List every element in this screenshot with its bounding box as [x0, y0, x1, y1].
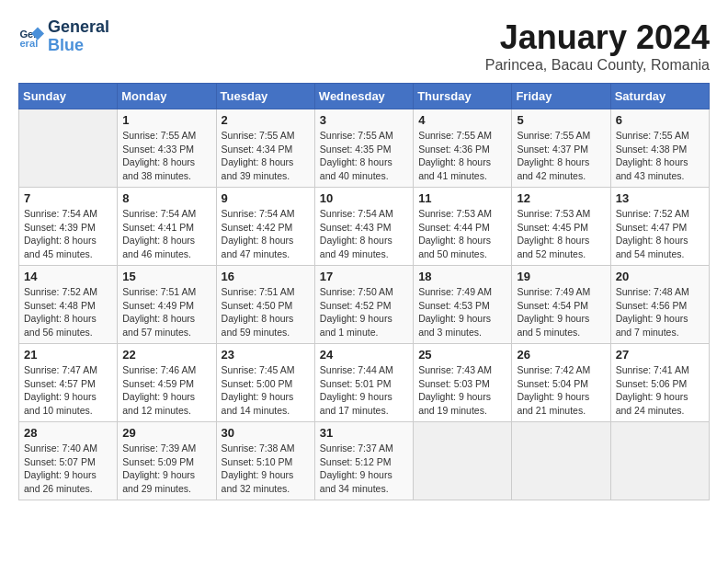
day-info: Sunrise: 7:55 AM Sunset: 4:34 PM Dayligh… — [222, 129, 310, 183]
calendar-cell: 8Sunrise: 7:54 AM Sunset: 4:41 PM Daylig… — [118, 188, 216, 266]
day-number: 20 — [616, 270, 704, 283]
day-number: 13 — [616, 191, 704, 205]
day-info: Sunrise: 7:45 AM Sunset: 5:00 PM Dayligh… — [222, 363, 310, 418]
calendar-cell: 5Sunrise: 7:55 AM Sunset: 4:37 PM Daylig… — [512, 109, 610, 188]
day-info: Sunrise: 7:52 AM Sunset: 4:48 PM Dayligh… — [24, 285, 112, 339]
day-info: Sunrise: 7:54 AM Sunset: 4:43 PM Dayligh… — [320, 207, 408, 261]
calendar-cell: 3Sunrise: 7:55 AM Sunset: 4:35 PM Daylig… — [314, 109, 413, 188]
day-number: 8 — [122, 191, 210, 205]
calendar-table: SundayMondayTuesdayWednesdayThursdayFrid… — [18, 83, 710, 500]
day-info: Sunrise: 7:47 AM Sunset: 4:57 PM Dayligh… — [24, 363, 112, 418]
day-number: 5 — [517, 113, 605, 127]
day-number: 12 — [517, 191, 605, 205]
day-number: 23 — [222, 348, 310, 362]
calendar-cell — [19, 109, 118, 188]
calendar-week-1: 1Sunrise: 7:55 AM Sunset: 4:33 PM Daylig… — [19, 109, 710, 188]
day-info: Sunrise: 7:54 AM Sunset: 4:39 PM Dayligh… — [24, 207, 112, 261]
month-title: January 2024 — [485, 18, 710, 57]
day-info: Sunrise: 7:50 AM Sunset: 4:52 PM Dayligh… — [320, 285, 408, 339]
day-number: 29 — [122, 426, 210, 440]
day-info: Sunrise: 7:48 AM Sunset: 4:56 PM Dayligh… — [616, 285, 704, 339]
weekday-header-monday: Monday — [118, 84, 216, 109]
day-info: Sunrise: 7:54 AM Sunset: 4:42 PM Dayligh… — [222, 207, 310, 261]
weekday-header-tuesday: Tuesday — [216, 84, 314, 109]
day-number: 28 — [24, 426, 112, 440]
day-number: 21 — [24, 348, 112, 362]
day-number: 17 — [320, 270, 408, 283]
title-area: January 2024 Parincea, Bacau County, Rom… — [485, 18, 710, 74]
calendar-cell: 12Sunrise: 7:53 AM Sunset: 4:45 PM Dayli… — [512, 188, 610, 266]
logo: Gen eral General Blue — [18, 18, 109, 55]
day-number: 22 — [122, 348, 210, 362]
calendar-week-2: 7Sunrise: 7:54 AM Sunset: 4:39 PM Daylig… — [19, 188, 710, 266]
calendar-week-5: 28Sunrise: 7:40 AM Sunset: 5:07 PM Dayli… — [19, 422, 710, 500]
calendar-header: SundayMondayTuesdayWednesdayThursdayFrid… — [19, 84, 710, 109]
logo-icon: Gen eral — [18, 24, 44, 50]
day-number: 16 — [222, 270, 310, 283]
day-info: Sunrise: 7:49 AM Sunset: 4:53 PM Dayligh… — [418, 285, 506, 339]
day-number: 18 — [418, 270, 506, 283]
calendar-cell: 4Sunrise: 7:55 AM Sunset: 4:36 PM Daylig… — [414, 109, 512, 188]
day-info: Sunrise: 7:46 AM Sunset: 4:59 PM Dayligh… — [122, 363, 210, 418]
day-number: 1 — [122, 113, 210, 127]
calendar-cell: 9Sunrise: 7:54 AM Sunset: 4:42 PM Daylig… — [216, 188, 314, 266]
calendar-cell: 20Sunrise: 7:48 AM Sunset: 4:56 PM Dayli… — [610, 266, 709, 344]
calendar-cell: 18Sunrise: 7:49 AM Sunset: 4:53 PM Dayli… — [414, 266, 512, 344]
weekday-header-thursday: Thursday — [414, 84, 512, 109]
day-number: 27 — [616, 348, 704, 362]
day-info: Sunrise: 7:55 AM Sunset: 4:37 PM Dayligh… — [517, 129, 605, 183]
calendar-cell — [512, 422, 610, 500]
calendar-cell: 23Sunrise: 7:45 AM Sunset: 5:00 PM Dayli… — [216, 344, 314, 422]
day-number: 25 — [418, 348, 506, 362]
calendar-cell: 28Sunrise: 7:40 AM Sunset: 5:07 PM Dayli… — [19, 422, 118, 500]
calendar-cell: 30Sunrise: 7:38 AM Sunset: 5:10 PM Dayli… — [216, 422, 314, 500]
calendar-cell: 29Sunrise: 7:39 AM Sunset: 5:09 PM Dayli… — [118, 422, 216, 500]
weekday-header-sunday: Sunday — [19, 84, 118, 109]
day-number: 3 — [320, 113, 408, 127]
day-number: 4 — [418, 113, 506, 127]
day-info: Sunrise: 7:41 AM Sunset: 5:06 PM Dayligh… — [616, 363, 704, 418]
calendar-cell: 10Sunrise: 7:54 AM Sunset: 4:43 PM Dayli… — [314, 188, 413, 266]
day-number: 2 — [222, 113, 310, 127]
calendar-cell: 15Sunrise: 7:51 AM Sunset: 4:49 PM Dayli… — [118, 266, 216, 344]
day-number: 9 — [222, 191, 310, 205]
day-number: 10 — [320, 191, 408, 205]
calendar-cell: 11Sunrise: 7:53 AM Sunset: 4:44 PM Dayli… — [414, 188, 512, 266]
calendar-cell: 19Sunrise: 7:49 AM Sunset: 4:54 PM Dayli… — [512, 266, 610, 344]
day-info: Sunrise: 7:51 AM Sunset: 4:50 PM Dayligh… — [222, 285, 310, 339]
day-info: Sunrise: 7:55 AM Sunset: 4:38 PM Dayligh… — [616, 129, 704, 183]
calendar-week-3: 14Sunrise: 7:52 AM Sunset: 4:48 PM Dayli… — [19, 266, 710, 344]
day-info: Sunrise: 7:51 AM Sunset: 4:49 PM Dayligh… — [122, 285, 210, 339]
day-number: 26 — [517, 348, 605, 362]
calendar-cell: 1Sunrise: 7:55 AM Sunset: 4:33 PM Daylig… — [118, 109, 216, 188]
calendar-cell — [610, 422, 709, 500]
calendar-cell — [414, 422, 512, 500]
logo-line1: General — [48, 18, 109, 37]
day-info: Sunrise: 7:55 AM Sunset: 4:35 PM Dayligh… — [320, 129, 408, 183]
day-info: Sunrise: 7:49 AM Sunset: 4:54 PM Dayligh… — [517, 285, 605, 339]
day-number: 14 — [24, 270, 112, 283]
calendar-cell: 27Sunrise: 7:41 AM Sunset: 5:06 PM Dayli… — [610, 344, 709, 422]
day-number: 19 — [517, 270, 605, 283]
day-number: 6 — [616, 113, 704, 127]
day-info: Sunrise: 7:44 AM Sunset: 5:01 PM Dayligh… — [320, 363, 408, 418]
day-number: 30 — [222, 426, 310, 440]
day-number: 31 — [320, 426, 408, 440]
calendar-cell: 6Sunrise: 7:55 AM Sunset: 4:38 PM Daylig… — [610, 109, 709, 188]
calendar-cell: 25Sunrise: 7:43 AM Sunset: 5:03 PM Dayli… — [414, 344, 512, 422]
weekday-header-saturday: Saturday — [610, 84, 709, 109]
calendar-cell: 2Sunrise: 7:55 AM Sunset: 4:34 PM Daylig… — [216, 109, 314, 188]
day-info: Sunrise: 7:52 AM Sunset: 4:47 PM Dayligh… — [616, 207, 704, 261]
calendar-cell: 26Sunrise: 7:42 AM Sunset: 5:04 PM Dayli… — [512, 344, 610, 422]
day-info: Sunrise: 7:53 AM Sunset: 4:44 PM Dayligh… — [418, 207, 506, 261]
day-info: Sunrise: 7:40 AM Sunset: 5:07 PM Dayligh… — [24, 442, 112, 496]
day-info: Sunrise: 7:53 AM Sunset: 4:45 PM Dayligh… — [517, 207, 605, 261]
calendar-week-4: 21Sunrise: 7:47 AM Sunset: 4:57 PM Dayli… — [19, 344, 710, 422]
calendar-cell: 14Sunrise: 7:52 AM Sunset: 4:48 PM Dayli… — [19, 266, 118, 344]
header: Gen eral General Blue January 2024 Parin… — [18, 18, 710, 74]
calendar-cell: 22Sunrise: 7:46 AM Sunset: 4:59 PM Dayli… — [118, 344, 216, 422]
calendar-cell: 21Sunrise: 7:47 AM Sunset: 4:57 PM Dayli… — [19, 344, 118, 422]
weekday-header-friday: Friday — [512, 84, 610, 109]
day-number: 11 — [418, 191, 506, 205]
calendar-cell: 16Sunrise: 7:51 AM Sunset: 4:50 PM Dayli… — [216, 266, 314, 344]
